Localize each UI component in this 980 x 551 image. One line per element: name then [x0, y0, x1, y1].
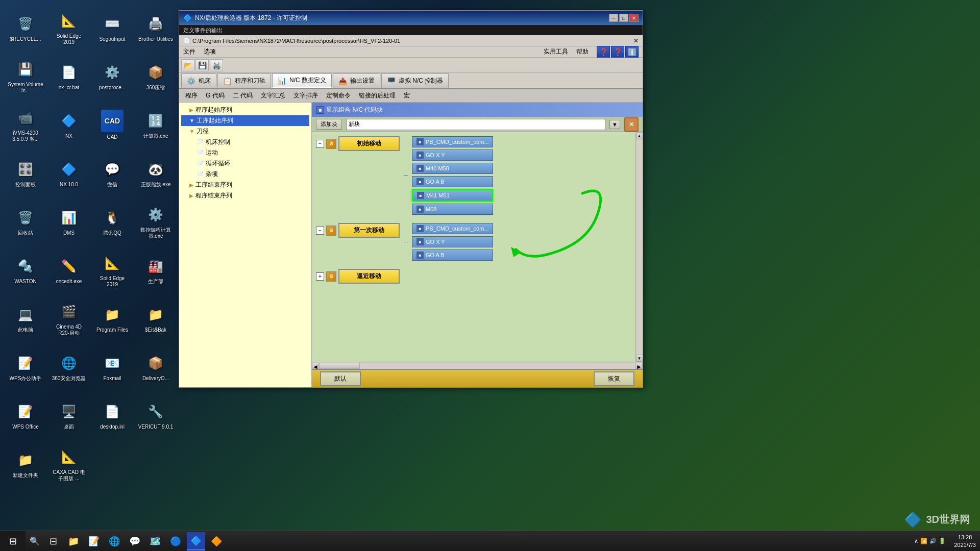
scroll-down-button[interactable]: ▼: [636, 355, 643, 362]
taskbar-item-maps[interactable]: 🗺️: [146, 532, 164, 550]
desktop-icon-vericut[interactable]: 🔧 VERICUT 9.0.1: [135, 393, 176, 439]
tree-item-misc[interactable]: 📄 杂项: [181, 169, 309, 180]
desktop-icon-solidedge[interactable]: 📐 Solid Edge 2019: [48, 5, 89, 51]
desktop-icon-caxacad[interactable]: 📐 CAXA CAD 电子图版 ...: [48, 441, 89, 487]
tab-program[interactable]: 📋 程序和刀轨: [217, 73, 271, 88]
tab-output[interactable]: 📤 输出设置: [333, 73, 380, 88]
subtab-custom[interactable]: 定制命令: [324, 90, 353, 102]
minimize-button[interactable]: ─: [609, 14, 618, 22]
taskbar-item-extra[interactable]: 🔶: [207, 532, 226, 550]
subtab-summary[interactable]: 文字汇总: [259, 90, 287, 102]
scroll-thumb-h[interactable]: [319, 363, 360, 369]
tray-network[interactable]: 📶: [920, 538, 927, 544]
flow-block-m41m51[interactable]: ■ M41 M51: [412, 189, 493, 202]
help-btn-2[interactable]: ❓: [611, 46, 624, 58]
expand-button-initial[interactable]: −: [316, 140, 324, 148]
desktop-icon-recycle[interactable]: 🗑️ $RECYCLE...: [5, 5, 46, 51]
tab-ncdata[interactable]: 📊 N/C 数据定义: [272, 73, 332, 88]
tree-item-motion[interactable]: 📄 运动: [181, 147, 309, 158]
desktop-icon-sogou[interactable]: ⌨️ SogouInput: [92, 5, 133, 51]
scroll-left-button[interactable]: ◄: [312, 363, 319, 369]
start-button[interactable]: ⊞: [0, 531, 26, 552]
desktop-icon-nx100[interactable]: 🔷 NX 10.0: [48, 151, 89, 196]
desktop-icon-bak[interactable]: 📁 $Eis$Bak: [135, 296, 176, 342]
desktop-icon-recycle2[interactable]: 🗑️ 回收站: [5, 199, 46, 245]
delete-block-button[interactable]: ✕: [624, 117, 639, 132]
desktop-icon-360zip[interactable]: 📦 360压缩: [135, 54, 176, 99]
desktop-icon-desktop[interactable]: 🖥️ 桌面: [48, 393, 89, 439]
desktop-icon-cad[interactable]: CAD CAD: [92, 102, 133, 148]
desktop-icon-foxmail[interactable]: 📧 Foxmail: [92, 344, 133, 390]
maximize-button[interactable]: □: [619, 14, 628, 22]
taskbar-taskview[interactable]: ⊟: [44, 532, 62, 550]
help-btn-1[interactable]: ❓: [597, 46, 610, 58]
tab-machine[interactable]: ⚙️ 机床: [181, 73, 216, 88]
flow-block-approach-move[interactable]: 逼近移动: [338, 269, 400, 284]
subtab-linked[interactable]: 链接的后处理: [357, 90, 398, 102]
tree-item-tool[interactable]: ▼ 刀径: [181, 126, 309, 137]
tab-virtual[interactable]: 🖥️ 虚拟 N/C 控制器: [381, 73, 449, 88]
expand-button-first[interactable]: −: [316, 227, 324, 235]
desktop-icon-ivms[interactable]: 📹 iVMS-4200 3.5.0.9 客...: [5, 102, 46, 148]
toolbar-print-button[interactable]: 🖨️: [210, 59, 223, 71]
menu-options[interactable]: 选项: [204, 47, 216, 56]
desktop-icon-brother[interactable]: 🖨️ Brother Utilities: [135, 5, 176, 51]
desktop-icon-postproc[interactable]: ⚙️ postproce...: [92, 54, 133, 99]
menu-help[interactable]: 帮助: [576, 47, 589, 56]
tree-item-program-end[interactable]: ▶ 程序结束序列: [181, 190, 309, 201]
menu-file[interactable]: 文件: [183, 47, 195, 56]
desktop-icon-desktopini[interactable]: 📄 desktop.ini: [92, 393, 133, 439]
scroll-up-button[interactable]: ▲: [636, 132, 643, 139]
flow-block-initial-move[interactable]: 初始移动: [338, 136, 400, 151]
desktop-icon-zhenban[interactable]: 🐼 正版熊族.exe: [135, 151, 176, 196]
desktop-icon-wechat[interactable]: 💬 微信: [92, 151, 133, 196]
desktop-icon-nx[interactable]: 🔷 NX: [48, 102, 89, 148]
flow-block-first-pb-cmd[interactable]: ■ PB_CMD_custom_com...: [412, 223, 493, 234]
add-block-button[interactable]: 添加块: [316, 119, 342, 130]
desktop-icon-newfile[interactable]: 📁 新建文件夹: [5, 441, 46, 487]
desktop-icon-control[interactable]: 🎛️ 控制面板: [5, 151, 46, 196]
flow-block-m08[interactable]: ■ M08: [412, 204, 493, 215]
taskbar-item-wechat[interactable]: 💬: [126, 532, 144, 550]
new-block-input[interactable]: [346, 119, 605, 130]
scroll-track-h[interactable]: [319, 363, 635, 369]
flow-block-goxy[interactable]: ■ GO X Y: [412, 149, 493, 161]
taskbar-item-explorer[interactable]: 📁: [64, 532, 83, 550]
menu-tools[interactable]: 实用工具: [544, 47, 568, 56]
subtab-sort[interactable]: 文字排序: [291, 90, 320, 102]
toolbar-open-button[interactable]: 📂: [181, 59, 194, 71]
tray-volume[interactable]: 🔊: [929, 538, 937, 544]
taskbar-item-misc[interactable]: 🔵: [166, 532, 185, 550]
desktop-icon-delivery[interactable]: 📦 DeliveryO...: [135, 344, 176, 390]
flow-block-goab[interactable]: ■ GO A B: [412, 176, 493, 187]
desktop-icon-cncedit[interactable]: ✏️ cncedit.exe: [48, 247, 89, 293]
tree-item-cycle[interactable]: 📄 循环循环: [181, 158, 309, 169]
subtab-code[interactable]: 二 代码: [231, 90, 255, 102]
desktop-icon-wps[interactable]: 📝 WPS办公助手: [5, 344, 46, 390]
flow-block-m40m50[interactable]: ■ M40 M50: [412, 163, 493, 174]
desktop-icon-360browser[interactable]: 🌐 360安全浏览器: [48, 344, 89, 390]
expand-button-approach[interactable]: +: [316, 272, 324, 281]
default-button[interactable]: 默认: [320, 371, 361, 386]
block-dropdown-button[interactable]: ▼: [609, 120, 620, 129]
subtab-gcode[interactable]: G 代码: [204, 90, 227, 102]
taskbar-item-nx[interactable]: 🔷: [187, 532, 205, 550]
flow-block-first-goxy[interactable]: ■ GO X Y: [412, 236, 493, 247]
flow-block-pb-cmd[interactable]: ■ PB_CMD_custom_com...: [412, 136, 493, 147]
taskbar-item-office[interactable]: 📝: [85, 532, 103, 550]
file-close-button[interactable]: ✕: [633, 37, 639, 44]
clock[interactable]: 13:28 2021/7/3: [950, 534, 980, 548]
tree-item-seq-end[interactable]: ▶ 工序结束序列: [181, 180, 309, 190]
tree-item-machine-ctrl[interactable]: 📄 机床控制: [181, 137, 309, 147]
desktop-icon-nxcr[interactable]: 📄 nx_cr.bat: [48, 54, 89, 99]
desktop-icon-system[interactable]: 💾 System Volume In...: [5, 54, 46, 99]
desktop-icon-calculator[interactable]: 🔢 计算器.exe: [135, 102, 176, 148]
taskbar-item-browser[interactable]: 🌐: [105, 532, 124, 550]
desktop-icon-cnc[interactable]: ⚙️ 数控编程计算器.exe: [135, 199, 176, 245]
search-button[interactable]: 🔍: [26, 531, 44, 552]
subtab-macro[interactable]: 宏: [402, 90, 412, 102]
desktop-icon-waston[interactable]: 🔩 WASTON: [5, 247, 46, 293]
desktop-icon-programfiles[interactable]: 📁 Program Files: [92, 296, 133, 342]
desktop-icon-wpsoffice[interactable]: 📝 WPS Office: [5, 393, 46, 439]
scroll-track[interactable]: [636, 139, 643, 355]
